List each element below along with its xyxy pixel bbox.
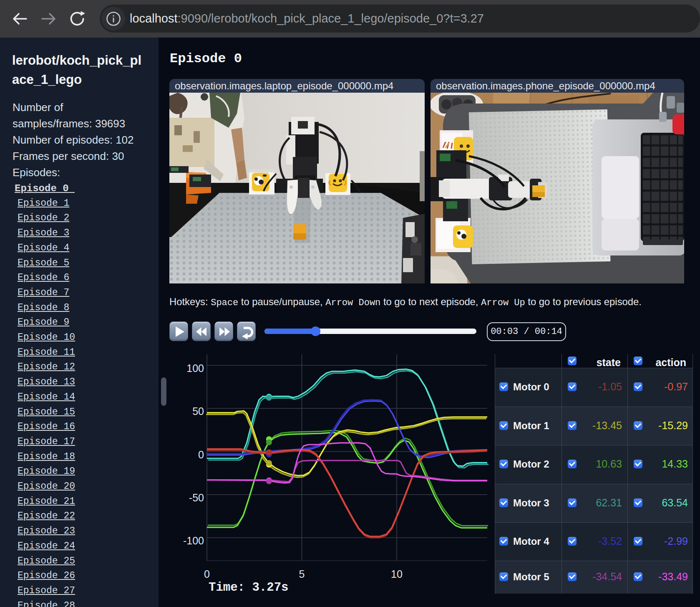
svg-text:Time: 3.27s: Time: 3.27s [209, 581, 288, 594]
svg-text:0: 0 [204, 568, 210, 580]
svg-text:-50: -50 [189, 492, 204, 503]
svg-text:50: 50 [192, 405, 204, 417]
svg-text:10: 10 [391, 568, 403, 580]
svg-text:0: 0 [198, 449, 204, 460]
svg-text:100: 100 [186, 362, 204, 374]
svg-text:-100: -100 [183, 535, 204, 546]
svg-text:5: 5 [299, 568, 305, 580]
